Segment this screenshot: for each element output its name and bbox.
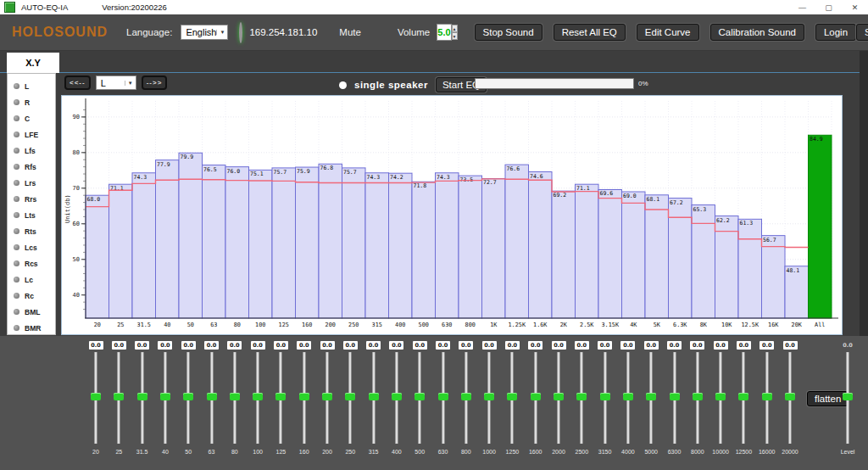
- band-value-input[interactable]: 0.0: [644, 341, 659, 350]
- band-slider-track[interactable]: [431, 352, 455, 444]
- band-value-input[interactable]: 0.0: [251, 341, 265, 350]
- language-select[interactable]: English ▼: [181, 25, 228, 40]
- close-icon[interactable]: ✕: [842, 0, 868, 14]
- band-value-input[interactable]: 0.0: [413, 341, 427, 350]
- band-slider-handle[interactable]: [576, 393, 587, 400]
- band-value-input[interactable]: 0.0: [620, 341, 635, 350]
- channel-item-Lts[interactable]: Lts: [8, 207, 55, 223]
- channel-item-Lfs[interactable]: Lfs: [8, 143, 55, 159]
- band-slider-track[interactable]: [709, 352, 732, 444]
- band-slider-track[interactable]: [153, 352, 177, 444]
- band-slider-handle[interactable]: [345, 393, 355, 400]
- band-slider-handle[interactable]: [322, 393, 332, 400]
- channel-item-BMR[interactable]: BMR: [8, 320, 55, 336]
- channel-item-Rcs[interactable]: Rcs: [8, 255, 55, 271]
- channel-item-LFE[interactable]: LFE: [8, 126, 55, 143]
- band-value-input[interactable]: 0.0: [320, 341, 335, 350]
- band-value-input[interactable]: 0.0: [783, 341, 798, 350]
- band-slider-track[interactable]: [107, 352, 131, 444]
- channel-item-Lcs[interactable]: Lcs: [8, 239, 55, 255]
- band-slider-handle[interactable]: [738, 393, 748, 400]
- band-slider-track[interactable]: [778, 352, 802, 444]
- band-value-input[interactable]: 0.0: [760, 341, 774, 350]
- band-value-input[interactable]: 0.0: [204, 341, 219, 350]
- channel-item-C[interactable]: C: [8, 110, 55, 126]
- band-value-input[interactable]: 0.0: [135, 341, 149, 350]
- band-value-input[interactable]: 0.0: [667, 341, 682, 350]
- band-value-input[interactable]: 0.0: [227, 341, 242, 350]
- volume-up-icon[interactable]: ▲: [452, 25, 458, 32]
- band-value-input[interactable]: 0.0: [737, 341, 751, 350]
- band-slider-track[interactable]: [246, 352, 270, 444]
- band-slider-handle[interactable]: [715, 393, 726, 400]
- band-value-input[interactable]: 0.0: [389, 341, 403, 350]
- band-slider-handle[interactable]: [461, 393, 471, 400]
- band-slider-track[interactable]: [408, 352, 431, 444]
- band-slider-handle[interactable]: [299, 393, 309, 400]
- volume-down-icon[interactable]: ▼: [452, 32, 458, 40]
- band-slider-track[interactable]: [732, 352, 755, 444]
- maximize-icon[interactable]: ▢: [815, 0, 842, 14]
- channel-item-BML[interactable]: BML: [8, 304, 55, 320]
- band-slider-track[interactable]: [755, 352, 779, 444]
- band-slider-handle[interactable]: [275, 393, 286, 400]
- band-slider-track[interactable]: [292, 352, 316, 444]
- band-value-input[interactable]: 0.0: [598, 341, 612, 350]
- next-speaker-button[interactable]: -->>: [142, 76, 168, 90]
- band-slider-handle[interactable]: [137, 393, 147, 400]
- channel-item-Lc[interactable]: Lc: [8, 271, 55, 288]
- band-slider-track[interactable]: [362, 352, 386, 444]
- band-slider-track[interactable]: [639, 352, 663, 444]
- save-button[interactable]: Save: [856, 24, 868, 41]
- band-value-input[interactable]: 0.0: [274, 341, 288, 350]
- band-value-input[interactable]: 0.0: [343, 341, 358, 350]
- channel-item-Rts[interactable]: Rts: [8, 223, 55, 239]
- band-slider-handle[interactable]: [693, 393, 703, 400]
- band-slider-track[interactable]: [593, 352, 617, 444]
- band-value-input[interactable]: 0.0: [575, 341, 589, 350]
- band-slider-handle[interactable]: [183, 393, 193, 400]
- band-slider-handle[interactable]: [438, 393, 448, 400]
- band-slider-handle[interactable]: [646, 393, 656, 400]
- band-slider-track[interactable]: [315, 352, 339, 444]
- band-slider-handle[interactable]: [160, 393, 170, 400]
- tab-xy[interactable]: X.Y: [7, 53, 59, 73]
- band-slider-handle[interactable]: [253, 393, 263, 400]
- band-slider-handle[interactable]: [554, 393, 564, 400]
- channel-item-L[interactable]: L: [8, 78, 55, 94]
- band-value-input[interactable]: 0.0: [89, 341, 103, 350]
- prev-speaker-button[interactable]: <<--: [64, 76, 91, 90]
- band-slider-track[interactable]: [616, 352, 640, 444]
- band-slider-handle[interactable]: [670, 393, 680, 400]
- band-slider-handle[interactable]: [600, 393, 610, 400]
- channel-item-Rfs[interactable]: Rfs: [8, 159, 55, 175]
- login-button[interactable]: Login: [815, 24, 856, 41]
- band-slider-handle[interactable]: [207, 393, 217, 400]
- band-slider-handle[interactable]: [623, 393, 633, 400]
- single-speaker-radio[interactable]: [339, 81, 347, 89]
- channel-item-Lrs[interactable]: Lrs: [8, 175, 55, 191]
- band-value-input[interactable]: 0.0: [552, 341, 566, 350]
- band-slider-track[interactable]: [570, 352, 593, 444]
- band-slider-track[interactable]: [338, 352, 362, 444]
- band-slider-track[interactable]: [269, 352, 292, 444]
- band-slider-track[interactable]: [500, 352, 524, 444]
- level-slider-handle[interactable]: [843, 393, 853, 400]
- channel-item-Rrs[interactable]: Rrs: [8, 191, 55, 207]
- band-slider-handle[interactable]: [484, 393, 494, 400]
- level-slider-track[interactable]: [836, 352, 860, 444]
- reset-all-eq-button[interactable]: Reset All EQ: [554, 24, 626, 41]
- band-value-input[interactable]: 0.0: [436, 341, 450, 350]
- band-slider-track[interactable]: [176, 352, 200, 444]
- band-slider-handle[interactable]: [415, 393, 425, 400]
- stop-sound-button[interactable]: Stop Sound: [475, 24, 542, 41]
- band-value-input[interactable]: 0.0: [528, 341, 542, 350]
- band-value-input[interactable]: 0.0: [459, 341, 473, 350]
- band-slider-handle[interactable]: [785, 393, 795, 400]
- band-slider-track[interactable]: [223, 352, 247, 444]
- band-slider-handle[interactable]: [114, 393, 124, 400]
- band-value-input[interactable]: 0.0: [112, 341, 126, 350]
- band-slider-track[interactable]: [547, 352, 570, 444]
- band-value-input[interactable]: 0.0: [690, 341, 704, 350]
- band-slider-handle[interactable]: [230, 393, 240, 400]
